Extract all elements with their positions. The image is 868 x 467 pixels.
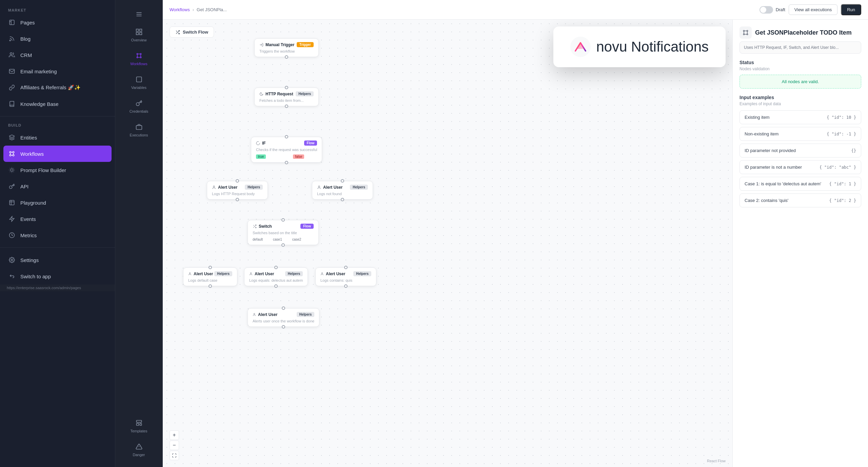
nav-item-variables[interactable]: Variables [115,71,162,94]
svg-rect-23 [136,29,138,32]
api-icon [8,183,16,190]
svg-rect-3 [9,69,15,73]
sidebar-item-events[interactable]: Events [0,211,115,227]
branch-default-label: default [253,238,263,241]
node-manual-trigger[interactable]: Manual Trigger Trigger Triggers the work… [254,38,319,57]
nav-item-hamburger[interactable] [115,5,162,23]
node-manual-trigger-title: Manual Trigger [265,42,294,47]
node-alert-default[interactable]: Alert User Helpers Logs default case [183,267,237,286]
example-row-5[interactable]: Case 2: contains 'quis' { "id": 2 } [739,193,861,207]
svg-point-1 [9,40,11,41]
node-alert-final[interactable]: Alert User Helpers Alerts user once the … [248,308,319,327]
switch-flow-button[interactable]: Switch Flow [170,26,214,38]
breadcrumb-root[interactable]: Workflows [170,7,190,12]
example-value-4: { "id": 1 } [829,182,856,186]
nav-item-workflows-label: Workflows [130,62,147,66]
node-alert-case1-subtitle: Logs equals: delectus aut autem [249,278,303,282]
nav-item-variables-label: Variables [131,86,146,90]
toggle-knob [760,7,766,13]
sidebar-item-switch-to-app[interactable]: Switch to app [0,268,115,284]
svg-point-30 [140,57,141,58]
novu-overlay: novu Notifications [553,26,726,67]
node-dot [236,179,239,183]
sidebar-item-affiliates[interactable]: Affiliates & Referrals 🚀✨ [0,79,115,96]
crm-icon [8,51,16,59]
sidebar-item-entities[interactable]: Entities [0,129,115,146]
node-alert-user-true[interactable]: Alert User Helpers Logs HTTP Request bod… [207,181,268,200]
node-alert-final-title: Alert User [258,312,277,317]
nav-item-templates[interactable]: Templates [115,414,162,438]
example-name-2: ID parameter not provided [745,148,796,153]
sidebar-item-api[interactable]: API [0,178,115,194]
sidebar-item-settings[interactable]: Settings [0,252,115,268]
node-if[interactable]: IF Flow Checks if the request was succes… [251,137,322,163]
main-area: Workflows › Get JSONPla... Draft View al… [163,0,868,467]
node-dot [285,135,288,138]
zoom-out-button[interactable]: − [170,441,179,450]
node-http-badge: Helpers [296,91,314,96]
sidebar-item-knowledge-base[interactable]: Knowledge Base [0,96,115,112]
sidebar: MARKET Pages Blog CRM Email marketing Af… [0,0,115,467]
sidebar-item-prompt-flow[interactable]: Prompt Flow Builder [0,162,115,178]
workflow-canvas[interactable]: Manual Trigger Trigger Triggers the work… [163,20,732,467]
branch-true-label: true [256,154,266,159]
nav-item-danger[interactable]: Danger [115,438,162,462]
node-dot [341,198,344,201]
svg-line-16 [14,168,14,168]
nav-item-templates-label: Templates [130,429,147,433]
sidebar-item-playground[interactable]: Playground [0,194,115,211]
sidebar-item-blog-label: Blog [20,36,31,42]
node-switch-badge: Flow [300,224,314,229]
sidebar-item-blog[interactable]: Blog [0,31,115,47]
node-switch[interactable]: Switch Flow Switches based on the title … [248,220,319,245]
sidebar-item-workflows[interactable]: Workflows [3,146,112,162]
run-button[interactable]: Run [841,4,861,15]
svg-rect-35 [140,424,141,426]
svg-rect-24 [139,29,142,32]
example-value-3: { "id": "abc" } [820,165,856,170]
fullscreen-button[interactable] [170,451,179,460]
node-dot [281,218,285,222]
node-alert-case1[interactable]: Alert User Helpers Logs equals: delectus… [244,267,308,286]
node-alert-case2[interactable]: Alert User Helpers Logs contains: quis [315,267,376,286]
example-row-0[interactable]: Existing item { "id": 10 } [739,110,861,124]
sidebar-item-events-label: Events [20,216,36,222]
view-all-executions-button[interactable]: View all executions [789,4,837,15]
svg-marker-17 [9,217,14,222]
draft-toggle[interactable] [760,6,773,14]
nav-item-credentials[interactable]: Credentials [115,94,162,118]
example-row-1[interactable]: Non-existing item { "id": -1 } [739,127,861,141]
nav-item-executions[interactable]: Executions [115,118,162,142]
right-panel-title: Get JSONPlaceholder TODO Item [755,29,852,36]
example-row-3[interactable]: ID parameter is not a number { "id": "ab… [739,160,861,174]
svg-rect-33 [136,421,141,423]
nav-item-overview[interactable]: Overview [115,23,162,47]
example-row-2[interactable]: ID parameter not provided {} [739,144,861,157]
svg-line-15 [10,172,10,172]
sidebar-item-entities-label: Entities [20,135,37,141]
workflow-nav: Overview Workflows Variables Credentials… [115,0,163,467]
svg-rect-0 [9,20,14,25]
workflows-nav-icon [135,52,143,60]
playground-icon [8,199,16,206]
sidebar-item-pages[interactable]: Pages [0,14,115,31]
node-dot [274,284,278,288]
react-flow-label: React Flow [707,459,726,463]
node-http-request[interactable]: HTTP Request Helpers Fetches a todo item… [254,88,319,106]
node-switch-title: Switch [259,224,272,229]
sidebar-item-metrics[interactable]: Metrics [0,227,115,243]
breadcrumb: Workflows › Get JSONPla... [170,7,227,12]
zoom-in-button[interactable]: + [170,430,179,440]
svg-point-50 [743,30,744,31]
sidebar-item-email-label: Email marketing [20,69,57,74]
example-row-4[interactable]: Case 1: is equal to 'delectus aut autem'… [739,177,861,191]
sidebar-item-crm[interactable]: CRM [0,47,115,63]
nav-item-workflows[interactable]: Workflows [115,47,162,71]
sidebar-item-switch-to-app-label: Switch to app [20,274,51,279]
market-section-label: MARKET [0,5,115,14]
node-alert-false-subtitle: Logs not found [317,192,368,196]
node-alert-user-false[interactable]: Alert User Helpers Logs not found [312,181,373,200]
novu-logo-svg [570,37,591,57]
sidebar-item-email-marketing[interactable]: Email marketing [0,63,115,79]
draft-label: Draft [776,7,785,12]
